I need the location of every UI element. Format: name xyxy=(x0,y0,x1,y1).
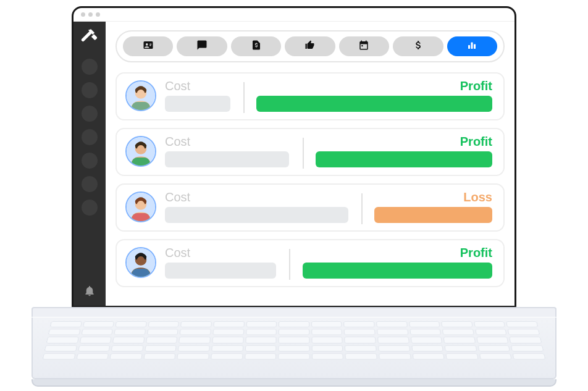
app-screen: CostProfit CostProfit CostLoss CostProfi… xyxy=(74,22,514,306)
laptop-mockup: CostProfit CostProfit CostLoss CostProfi… xyxy=(32,6,556,387)
bars xyxy=(165,263,492,279)
avatar[interactable] xyxy=(125,80,156,111)
cost-label: Cost xyxy=(165,246,190,260)
traffic-light-dot xyxy=(88,12,93,17)
svg-rect-1 xyxy=(471,43,473,49)
laptop-keyboard xyxy=(32,317,556,379)
cost-label: Cost xyxy=(165,79,190,93)
tab-invoice[interactable] xyxy=(231,36,281,56)
divider xyxy=(243,82,245,113)
avatar[interactable] xyxy=(125,191,156,222)
thumbs-up-icon xyxy=(304,40,316,53)
svg-rect-21 xyxy=(132,269,149,277)
tab-dollar[interactable] xyxy=(393,36,443,56)
profit-label: Profit xyxy=(460,79,492,93)
cost-bar xyxy=(165,263,276,279)
bars xyxy=(165,151,492,167)
invoice-icon xyxy=(251,40,262,53)
profit-row: CostLoss xyxy=(116,183,505,232)
row-body: CostProfit xyxy=(165,80,492,112)
cost-bar xyxy=(165,207,348,223)
tab-chat[interactable] xyxy=(177,36,227,56)
row-body: CostLoss xyxy=(165,191,492,223)
cost-label: Cost xyxy=(165,190,190,204)
tab-id-card[interactable] xyxy=(123,36,173,56)
hammer-icon xyxy=(77,25,102,50)
tab-thumbs-up[interactable] xyxy=(285,36,335,56)
divider xyxy=(361,193,363,224)
tab-bar-chart[interactable] xyxy=(447,36,497,56)
id-card-icon xyxy=(143,40,154,53)
profit-label: Profit xyxy=(460,246,492,260)
chat-icon xyxy=(196,40,208,53)
row-body: CostProfit xyxy=(165,135,492,167)
row-body: CostProfit xyxy=(165,246,492,279)
avatar[interactable] xyxy=(125,247,156,278)
profit-bar xyxy=(303,263,492,279)
profit-row: CostProfit xyxy=(116,239,505,287)
sidebar-nav-placeholder[interactable] xyxy=(82,59,98,75)
avatar[interactable] xyxy=(125,136,156,167)
laptop-hinge xyxy=(32,307,556,317)
profit-rows: CostProfit CostProfit CostLoss CostProfi… xyxy=(116,72,505,287)
profit-row: CostProfit xyxy=(116,128,505,176)
sidebar-nav-placeholder[interactable] xyxy=(82,129,98,145)
svg-rect-0 xyxy=(468,45,470,49)
loss-bar xyxy=(374,207,492,223)
profit-bar xyxy=(316,151,492,167)
screen-frame: CostProfit CostProfit CostLoss CostProfi… xyxy=(72,6,516,308)
svg-rect-16 xyxy=(132,213,149,221)
bars xyxy=(165,207,492,223)
sidebar-nav-placeholder[interactable] xyxy=(82,153,98,169)
divider xyxy=(303,138,304,169)
svg-rect-6 xyxy=(132,102,149,110)
tab-calendar[interactable] xyxy=(339,36,389,56)
dollar-icon xyxy=(413,40,424,53)
cost-bar xyxy=(165,151,289,167)
cost-label: Cost xyxy=(165,135,190,149)
svg-rect-2 xyxy=(474,44,476,49)
main-panel: CostProfit CostProfit CostLoss CostProfi… xyxy=(106,22,514,306)
bars xyxy=(165,96,492,112)
sidebar-nav-placeholder[interactable] xyxy=(82,200,98,216)
divider xyxy=(289,249,290,280)
profit-row: CostProfit xyxy=(116,72,505,120)
sidebar-nav-placeholder[interactable] xyxy=(82,176,98,192)
cost-bar xyxy=(165,96,230,112)
top-tabs xyxy=(116,30,505,62)
loss-label: Loss xyxy=(463,190,492,204)
sidebar-nav-placeholder[interactable] xyxy=(82,106,98,122)
traffic-light-dot xyxy=(81,12,85,17)
bell-icon[interactable] xyxy=(83,285,96,300)
profit-label: Profit xyxy=(460,135,492,149)
traffic-light-dot xyxy=(96,12,100,17)
sidebar-nav-placeholder[interactable] xyxy=(82,82,98,98)
laptop-base-edge xyxy=(32,379,556,387)
profit-bar xyxy=(256,96,492,112)
sidebar xyxy=(74,22,106,306)
calendar-icon xyxy=(358,40,369,53)
svg-rect-11 xyxy=(132,158,149,166)
window-titlebar xyxy=(74,8,514,22)
bar-chart-icon xyxy=(466,40,477,53)
